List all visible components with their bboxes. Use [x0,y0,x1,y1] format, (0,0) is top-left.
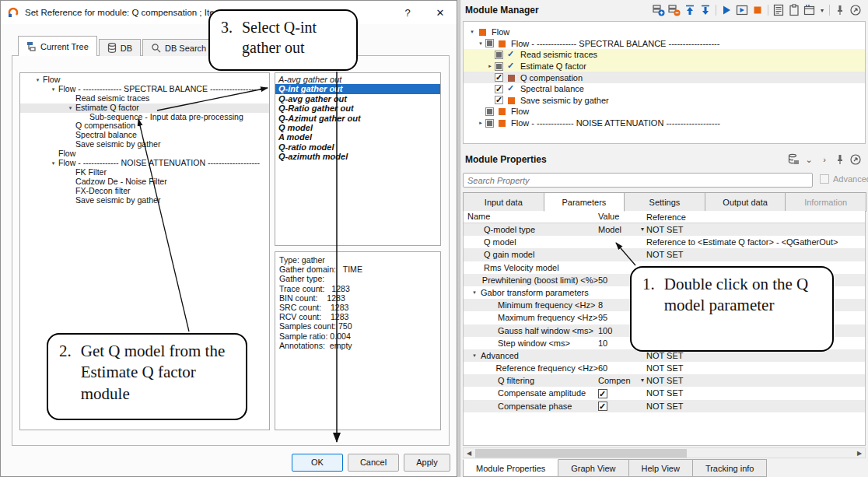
expand-arrow-icon[interactable]: ▸ [485,63,495,69]
module-checkbox[interactable] [495,85,503,93]
tab-settings[interactable]: Settings [624,192,705,212]
flow-tree-item[interactable]: Cadzow De - Noise Filter [20,177,269,187]
cancel-button[interactable]: Cancel [348,454,399,472]
gather-list-item[interactable]: Q-avg gather out [275,94,440,103]
parameter-row[interactable]: Q model Reference to <Estimate Q factor>… [464,236,865,248]
flow-tree-item[interactable]: Q compensation [20,121,269,131]
float-icon[interactable] [848,2,863,18]
parameter-row[interactable]: Compensate phase NOT SET [464,400,865,412]
chevron-right-icon[interactable]: › [817,152,832,167]
tab-output-data[interactable]: Output data [705,192,786,212]
module-tree-item[interactable]: ▾ Flow - -------------- SPECTRAL BALANCE… [464,38,865,50]
module-tree-item[interactable]: ▸ Flow - ------------- NOISE ATTENUATION… [464,117,865,129]
module-tree-item[interactable]: ✓ Read seismic traces [464,49,865,61]
flow-tree-item[interactable]: ▾ Flow - ------------- NOISE ATTENUATION… [20,159,269,168]
parameter-value[interactable] [598,387,646,399]
flow-tree-item[interactable]: Sub-sequence - Input data pre-processing [20,113,269,122]
expand-arrow-icon[interactable]: ▾ [33,75,43,85]
callout-3: 3. Select Q-int gather out [208,9,358,71]
module-checkbox[interactable] [485,107,494,116]
move-top-icon[interactable] [682,2,698,18]
parameter-row[interactable]: Q-model type Model▾ NOT SET [464,223,865,236]
window-options-icon[interactable] [802,2,817,18]
module-tree-item[interactable]: ✓ Spectral balance [464,83,865,95]
float-icon[interactable] [848,152,863,167]
gather-list-item[interactable]: Q-Ratio gather out [275,103,440,113]
module-tree-item[interactable]: ▸ ✓ Estimate Q factor [464,61,865,72]
gather-list-item[interactable]: Q-Azimut gather out [275,114,440,123]
flow-tree-item[interactable]: ▾ Flow - -------------- SPECTRAL BALANCE… [20,85,269,94]
module-checkbox[interactable] [495,96,503,104]
gather-list-item[interactable]: Q-azimuth model [275,152,440,161]
pin-icon[interactable] [832,152,848,167]
parameter-row[interactable]: Reference frequency <Hz> 60 NOT SET [464,362,865,374]
gather-list-item[interactable]: A-avg gather out [275,75,440,84]
module-tree-item[interactable]: ▾ Flow [464,26,865,38]
database-save-icon[interactable] [786,152,801,167]
tab-parameters[interactable]: Parameters [544,192,625,212]
module-tree-item[interactable]: Q compensation [464,72,865,83]
parameter-value[interactable]: Model▾ [598,223,646,236]
report-icon[interactable] [771,2,786,18]
gather-list-item[interactable]: A model [275,132,440,142]
apply-button[interactable]: Apply [404,454,450,472]
tab-db[interactable]: DB [99,39,141,56]
module-checkbox[interactable] [485,119,494,128]
help-button[interactable]: ? [391,1,424,24]
module-checkbox[interactable] [495,51,503,59]
gather-list-item[interactable]: Q-int gather out [275,84,440,93]
module-tree-item[interactable]: Flow [464,106,865,117]
scrollbar-thumb[interactable] [475,449,687,458]
flow-tree-item[interactable]: FK Filter [20,168,269,177]
flow-tree-item[interactable]: Save seismic by gather [20,196,269,205]
flow-tree-item[interactable]: FX-Decon filter [20,187,269,196]
move-bottom-icon[interactable] [698,2,713,18]
horizontal-scrollbar[interactable]: ◀ ▶ [463,447,866,458]
pin-icon[interactable] [832,2,848,18]
tab-module-properties[interactable]: Module Properties [463,459,558,477]
remove-module-icon[interactable] [667,2,682,18]
tab-tracking-info[interactable]: Tracking info [692,459,768,477]
tab-graph-view[interactable]: Graph View [558,459,628,477]
parameter-value[interactable]: Compen▾ [598,374,646,387]
module-checkbox[interactable] [495,73,503,82]
tab-input-data[interactable]: Input data [463,192,544,212]
parameter-value[interactable] [598,236,646,248]
expand-arrow-icon[interactable]: ▾ [476,40,485,47]
expand-arrow-icon[interactable]: ▾ [48,85,58,94]
tab-current-tree[interactable]: Current Tree [18,36,97,56]
ok-button[interactable]: OK [292,454,343,472]
search-property-input[interactable] [463,173,813,188]
tab-help-view[interactable]: Help View [628,459,693,477]
run-selected-icon[interactable] [734,2,750,18]
gather-list-item[interactable]: Q model [275,123,440,132]
chevron-down-icon[interactable]: ⌄ [801,152,817,167]
module-checkbox[interactable] [485,39,494,47]
dropdown-caret-icon[interactable]: ▾ [817,2,827,18]
advanced-checkbox[interactable] [820,174,829,184]
flow-tree-item[interactable]: Read seismic traces [20,94,269,103]
gather-list-item[interactable]: Q-ratio model [275,142,440,152]
close-icon[interactable]: ✕ [424,1,457,24]
stop-icon[interactable] [750,2,765,18]
parameter-row[interactable]: Q filtering Compen▾ NOT SET [464,374,865,387]
parameter-row[interactable]: Q gain model NOT SET [464,248,865,261]
parameter-value[interactable] [598,400,646,412]
add-module-icon[interactable] [651,2,667,18]
flow-tree-item[interactable]: Save seismic by gather [20,140,269,149]
tab-db-search[interactable]: DB Search [142,39,215,56]
scroll-right-icon[interactable]: ▶ [854,450,865,457]
parameter-row[interactable]: Compensate amplitude NOT SET [464,387,865,399]
flow-tree-item[interactable]: ▾ Estimate Q factor [20,103,269,113]
expand-arrow-icon[interactable]: ▾ [48,159,58,168]
scroll-left-icon[interactable]: ◀ [464,450,474,457]
expand-arrow-icon[interactable]: ▸ [476,120,485,126]
parameter-value[interactable] [598,248,646,261]
module-checkbox[interactable] [495,62,503,71]
module-tree-item[interactable]: Save seismic by gather [464,95,865,107]
expand-arrow-icon[interactable]: ▾ [65,103,75,113]
clipboard-icon[interactable] [786,2,802,18]
parameter-value[interactable]: 60 [598,362,646,374]
run-icon[interactable] [719,2,734,18]
expand-arrow-icon[interactable]: ▾ [467,29,477,35]
